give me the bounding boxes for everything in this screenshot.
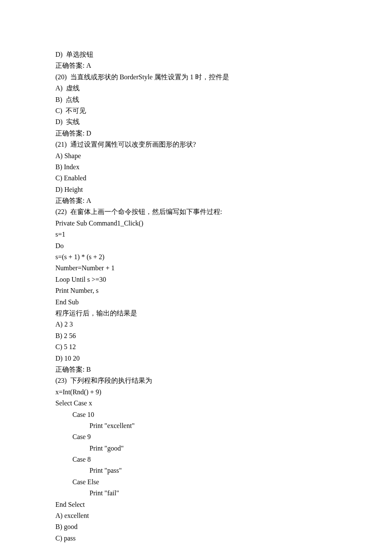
text-line: B) 2 56 [55,330,337,341]
text-line: C) 不可见 [55,105,337,116]
text-line: (20) 当直线或形状的 BorderStyle 属性设置为 1 时，控件是 [55,72,337,83]
text-line: B) good [55,521,337,532]
text-line: Print "pass" [55,465,337,476]
text-line: C) Enabled [55,173,337,184]
text-line: D) 实线 [55,116,337,127]
text-line: Case 10 [55,409,337,420]
text-line: Print "good" [55,443,337,454]
text-line: s=(s + 1) * (s + 2) [55,251,337,263]
text-line: End Sub [55,297,337,308]
text-line: C) 5 12 [55,341,337,353]
text-line: A) excellent [55,510,337,521]
text-line: End Select [55,499,337,510]
text-line: D) 10 20 [55,353,337,364]
text-line: B) 点线 [55,94,337,105]
text-line: x=Int(Rnd() + 9) [55,387,337,398]
text-line: D) 单选按钮 [55,49,337,60]
text-line: C) pass [55,533,337,544]
text-line: (23) 下列程和序段的执行结果为 [55,375,337,386]
text-line: s=1 [55,229,337,240]
text-line: Case Else [55,477,337,488]
text-line: Print "fail" [55,488,337,499]
text-line: Case 8 [55,454,337,465]
text-line: A) 2 3 [55,319,337,330]
text-line: 程序运行后，输出的结果是 [55,308,337,319]
text-line: Private Sub Command1_Click() [55,218,337,229]
text-line: 正确答案: A [55,60,337,71]
text-line: A) Shape [55,150,337,162]
text-line: D) Height [55,184,337,195]
text-line: B) Index [55,162,337,173]
text-line: Loop Until s >=30 [55,274,337,285]
text-line: Select Case x [55,398,337,409]
text-line: 正确答案: B [55,364,337,375]
document-body: D) 单选按钮正确答案: A(20) 当直线或形状的 BorderStyle 属… [55,49,337,544]
text-line: Print Number, s [55,285,337,296]
text-line: Print "excellent" [55,420,337,431]
text-line: 正确答案: A [55,195,337,206]
text-line: Do [55,240,337,251]
text-line: 正确答案: D [55,128,337,139]
text-line: (21) 通过设置何属性可以改变所画图形的形状? [55,139,337,150]
text-line: A) 虚线 [55,83,337,94]
text-line: Case 9 [55,431,337,442]
text-line: Number=Number + 1 [55,263,337,274]
text-line: (22) 在窗体上画一个命令按钮，然后编写如下事件过程: [55,206,337,217]
